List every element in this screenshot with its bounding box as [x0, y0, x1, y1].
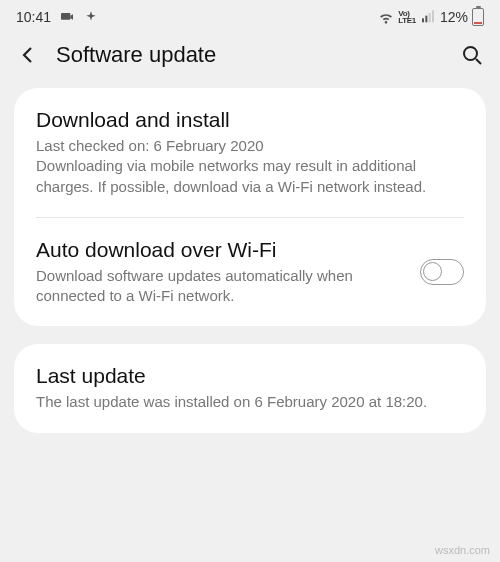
auto-download-toggle[interactable] [420, 259, 464, 285]
download-install-title: Download and install [36, 108, 464, 132]
last-update-item[interactable]: Last update The last update was installe… [14, 344, 486, 432]
svg-point-5 [464, 47, 477, 60]
update-options-card: Download and install Last checked on: 6 … [14, 88, 486, 326]
search-icon[interactable] [460, 43, 484, 67]
auto-download-title: Auto download over Wi-Fi [36, 238, 404, 262]
download-install-last-checked: Last checked on: 6 February 2020 [36, 136, 464, 156]
last-update-title: Last update [36, 364, 464, 388]
download-install-item[interactable]: Download and install Last checked on: 6 … [14, 88, 486, 217]
wifi-icon [378, 9, 394, 25]
svg-rect-1 [422, 18, 424, 22]
message-icon [59, 9, 75, 25]
volte-icon: Vo)LTE1 [398, 10, 416, 24]
svg-rect-3 [429, 13, 431, 22]
watermark: wsxdn.com [435, 544, 490, 556]
last-update-card: Last update The last update was installe… [14, 344, 486, 432]
page-title: Software update [56, 42, 444, 68]
battery-percent: 12% [440, 9, 468, 25]
status-bar: 10:41 Vo)LTE1 12% [0, 0, 500, 30]
status-left: 10:41 [16, 9, 99, 25]
signal-icon [420, 9, 436, 25]
status-time: 10:41 [16, 9, 51, 25]
svg-line-6 [476, 59, 481, 64]
svg-rect-2 [425, 16, 427, 23]
svg-rect-0 [61, 13, 70, 20]
back-icon[interactable] [16, 43, 40, 67]
battery-icon [472, 8, 484, 26]
auto-download-desc: Download software updates automatically … [36, 266, 404, 307]
misc-status-icon [83, 9, 99, 25]
download-install-desc: Downloading via mobile networks may resu… [36, 156, 464, 197]
status-right: Vo)LTE1 12% [378, 8, 484, 26]
header: Software update [0, 30, 500, 88]
last-update-desc: The last update was installed on 6 Febru… [36, 392, 464, 412]
svg-rect-4 [432, 10, 434, 22]
auto-download-item[interactable]: Auto download over Wi-Fi Download softwa… [14, 218, 486, 327]
